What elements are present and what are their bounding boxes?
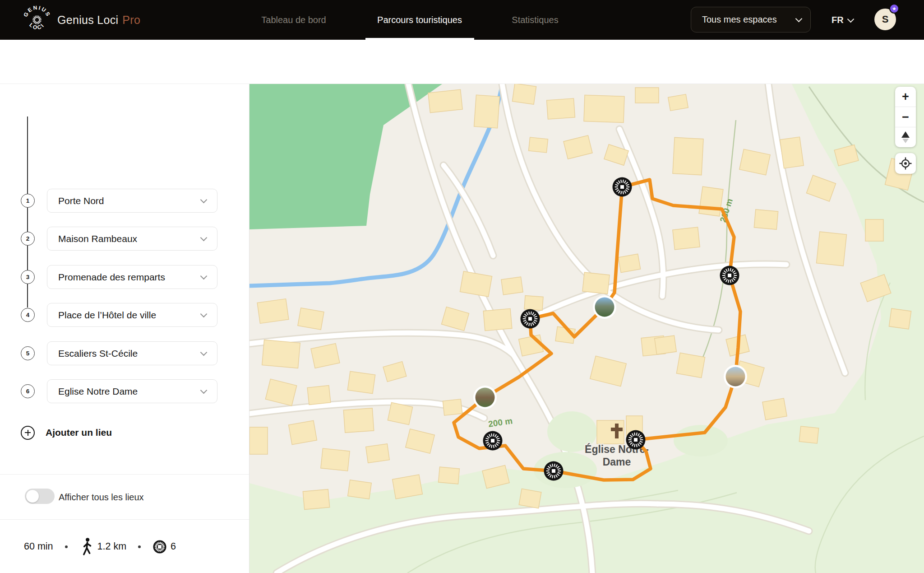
chevron-down-icon — [200, 273, 208, 280]
show-all-places-label: Afficher tous les lieux — [59, 475, 144, 520]
chevron-down-icon — [847, 15, 854, 23]
chevron-down-icon — [795, 15, 803, 23]
top-navbar: GENIUS LOCI Genius LociPro Tableau de bo… — [0, 0, 924, 40]
photo-marker[interactable] — [593, 295, 616, 319]
map-zoom-controls: + − — [895, 87, 916, 147]
brand-title: Genius LociPro — [57, 0, 140, 40]
chevron-down-icon — [200, 311, 208, 318]
duration-value: 60 min — [24, 541, 53, 552]
photo-marker[interactable] — [724, 365, 747, 388]
compass-south-icon — [902, 139, 909, 143]
genius-loci-logo-icon: GENIUS LOCI — [23, 5, 51, 34]
nav-tab-tours[interactable]: Parcours touristiques — [366, 0, 473, 40]
map-canvas[interactable]: 200 m200 mÉglise Notre-Dame — [249, 84, 924, 573]
show-all-places-toggle[interactable] — [25, 489, 55, 504]
zoom-out-button[interactable]: − — [895, 107, 916, 127]
stop-dropdown-5[interactable]: Escaliers St-Cécile — [47, 341, 217, 365]
workspace-selector[interactable]: Tous mes espaces — [691, 7, 811, 33]
route-stop-marker[interactable] — [626, 430, 646, 450]
stop-dropdown-3[interactable]: Promenade des remparts — [47, 265, 217, 289]
pro-star-badge-icon: ★ — [889, 4, 899, 14]
compass-north-icon — [901, 131, 910, 138]
walking-person-icon — [80, 537, 94, 556]
route-stop-marker — [153, 540, 166, 553]
stop-marker-mini-icon — [152, 540, 167, 554]
map-place-label: Dame — [603, 456, 631, 468]
stop-dropdown-4[interactable]: Place de l’Hôtel de ville — [47, 303, 217, 327]
chevron-down-icon — [200, 387, 208, 394]
locate-me-button[interactable] — [895, 153, 916, 174]
stop-dropdown-1[interactable]: Porte Nord — [47, 189, 217, 213]
nav-tab-statistics[interactable]: Statistiques — [504, 0, 567, 40]
dot-separator — [138, 545, 141, 548]
locate-crosshair-icon — [899, 157, 912, 170]
stop-number-5: 5 — [21, 346, 35, 360]
stop-number-4: 4 — [21, 308, 35, 322]
toggle-knob — [26, 490, 39, 503]
stop-dropdown-6[interactable]: Eglise Notre Dame — [47, 379, 217, 403]
stops-sidebar: 1 Porte Nord 2 Maison Rambeaux 3 Promena… — [0, 84, 249, 573]
stops-count-value: 6 — [171, 541, 176, 552]
stop-number-3: 3 — [21, 270, 35, 284]
stop-number-6: 6 — [21, 384, 35, 398]
chevron-down-icon — [200, 234, 208, 242]
brand-pro-suffix: Pro — [122, 14, 140, 27]
photo-marker[interactable] — [473, 386, 497, 409]
add-place-button[interactable]: Ajouter un lieu — [21, 423, 112, 443]
route-stop-marker[interactable] — [544, 461, 564, 481]
nav-tab-dashboard[interactable]: Tableau de bord — [251, 0, 337, 40]
chevron-down-icon — [200, 196, 208, 204]
dot-separator — [65, 545, 68, 548]
chevron-down-icon — [200, 349, 208, 356]
zoom-in-button[interactable]: + — [895, 87, 916, 107]
stop-number-2: 2 — [21, 232, 35, 246]
distance-value: 1.2 km — [97, 541, 127, 552]
route-stop-marker[interactable] — [613, 177, 632, 197]
stop-number-1: 1 — [21, 194, 35, 208]
plus-circle-icon — [21, 426, 35, 440]
stop-dropdown-2[interactable]: Maison Rambeaux — [47, 227, 217, 251]
tour-stats-bar: 60 min 1.2 km 6 — [0, 519, 249, 573]
compass-control[interactable] — [895, 127, 916, 147]
route-stop-marker[interactable] — [521, 309, 540, 329]
sidebar-bottom-section: Afficher tous les lieux — [0, 474, 249, 520]
language-selector[interactable]: FR — [832, 0, 853, 40]
route-stop-marker[interactable] — [720, 266, 739, 285]
tour-toolbar: Circuit de la Cité St-Paul Carte Page Af… — [0, 40, 924, 84]
route-stop-marker[interactable] — [483, 431, 503, 451]
